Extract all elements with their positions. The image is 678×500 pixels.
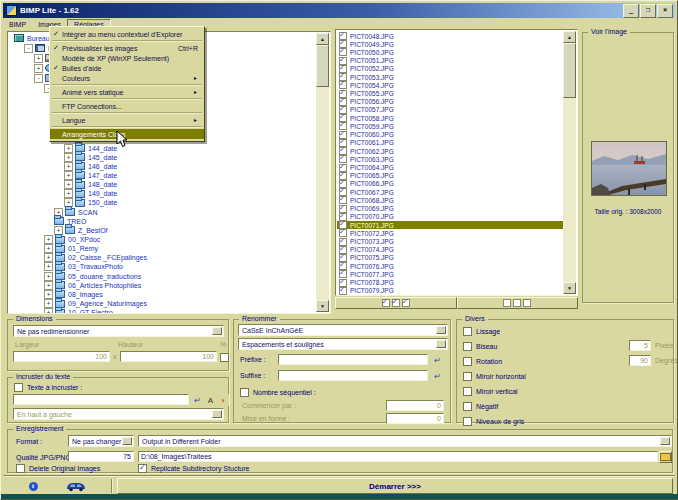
tree-scroll-thumb[interactable]	[316, 45, 329, 87]
scroll-down-icon[interactable]: ▼	[316, 300, 329, 312]
file-row-pict0068.jpg[interactable]: PICT0068.JPG	[337, 196, 565, 204]
file-row-pict0061.jpg[interactable]: PICT0061.JPG	[337, 139, 565, 147]
file-row-pict0067.jpg[interactable]: PICT0067.JPG	[337, 188, 565, 196]
file-row-pict0054.jpg[interactable]: PICT0054.JPG	[337, 81, 565, 89]
file-row-pict0050.jpg[interactable]: PICT0050.JPG	[337, 48, 565, 56]
browse-folder-button[interactable]	[659, 451, 672, 463]
menubar-item-bimp[interactable]: BIMP	[3, 20, 32, 29]
menu-item[interactable]: Animé vers statique►	[50, 87, 204, 97]
menu-item[interactable]: ✓Intégrer au menu contextuel d'Explorer	[50, 29, 204, 39]
overlay-position-select[interactable]: En haut à gauche	[13, 408, 224, 420]
replicate-structure-checkbox[interactable]: Replicate Subdirectory Stucture	[138, 464, 249, 473]
chevron-down-icon[interactable]	[212, 327, 222, 335]
chevron-down-icon[interactable]	[212, 410, 222, 418]
sequential-checkbox[interactable]: Nombre séquentiel :	[240, 388, 316, 397]
misc-checkbox-miroir-vertical[interactable]: Miroir vertical	[463, 387, 518, 396]
tree-item-10-gt-electro[interactable]: +10_GT Electro	[44, 308, 113, 314]
expand-icon[interactable]: +	[44, 253, 53, 262]
file-row-pict0077.jpg[interactable]: PICT0077.JPG	[337, 270, 565, 278]
file-row-pict0069.jpg[interactable]: PICT0069.JPG	[337, 205, 565, 213]
menu-item[interactable]: ✓Bulles d'aide	[50, 63, 204, 73]
output-mode-select[interactable]: Output in Different Folder	[138, 435, 672, 447]
format-select[interactable]: Ne pas changer	[68, 435, 134, 447]
menu-item[interactable]: ✓Prévisualiser les imagesCtrl+R	[50, 43, 204, 53]
expand-icon[interactable]: +	[44, 281, 53, 290]
file-row-pict0064.jpg[interactable]: PICT0064.JPG	[337, 164, 565, 172]
file-row-pict0052.jpg[interactable]: PICT0052.JPG	[337, 65, 565, 73]
close-button[interactable]: ×	[657, 4, 673, 18]
file-row-pict0057.jpg[interactable]: PICT0057.JPG	[337, 106, 565, 114]
menu-item[interactable]: Langue►	[50, 115, 204, 125]
expand-icon[interactable]: +	[64, 189, 73, 198]
menu-item[interactable]: Modèle de XP (WinXP Seulement)	[50, 53, 204, 63]
file-row-pict0053.jpg[interactable]: PICT0053.JPG	[337, 73, 565, 81]
chevron-down-icon[interactable]	[122, 437, 132, 445]
file-row-pict0072.jpg[interactable]: PICT0072.JPG	[337, 229, 565, 237]
check-all-button[interactable]	[335, 297, 457, 309]
file-row-pict0066.jpg[interactable]: PICT0066.JPG	[337, 180, 565, 188]
prefix-insert-icon[interactable]: ↵	[431, 354, 444, 366]
case-select[interactable]: CaSsE InChAnGéE	[238, 324, 448, 336]
expand-icon[interactable]: +	[64, 162, 73, 171]
minimize-button[interactable]: _	[623, 4, 639, 18]
collapse-icon[interactable]: -	[24, 44, 33, 53]
expand-icon[interactable]: +	[44, 290, 53, 299]
menu-item[interactable]: Couleurs►	[50, 73, 204, 83]
expand-icon[interactable]: +	[44, 272, 53, 281]
resize-mode-select[interactable]: Ne pas redimensionner	[13, 325, 224, 337]
expand-icon[interactable]: +	[44, 262, 53, 271]
expand-icon[interactable]: +	[64, 171, 73, 180]
info-button[interactable]: i	[21, 479, 45, 494]
file-row-pict0051.jpg[interactable]: PICT0051.JPG	[337, 57, 565, 65]
logo-button[interactable]	[59, 479, 93, 494]
scroll-up-icon[interactable]: ▲	[563, 31, 576, 43]
expand-icon[interactable]: +	[64, 153, 73, 162]
biseau-value-field[interactable]: 5	[629, 340, 651, 351]
delete-originals-checkbox[interactable]: Delete Original Images	[16, 464, 100, 473]
expand-icon[interactable]: +	[44, 235, 53, 244]
misc-checkbox-niveaux-de-gris[interactable]: Niveaux de gris	[463, 417, 524, 426]
file-row-pict0055.jpg[interactable]: PICT0055.JPG	[337, 90, 565, 98]
file-row-pict0056.jpg[interactable]: PICT0056.JPG	[337, 98, 565, 106]
tree-item-bureau[interactable]: Bureau	[14, 33, 50, 43]
overlay-text-input[interactable]	[13, 394, 189, 405]
file-row-pict0049.jpg[interactable]: PICT0049.JPG	[337, 40, 565, 48]
misc-checkbox-biseau[interactable]: Biseau	[463, 342, 497, 351]
file-row-pict0070.jpg[interactable]: PICT0070.JPG	[337, 213, 565, 221]
chevron-down-icon[interactable]	[436, 340, 446, 348]
misc-checkbox-n-gatif[interactable]: Négatif	[463, 402, 498, 411]
file-row-pict0078.jpg[interactable]: PICT0078.JPG	[337, 279, 565, 287]
file-list[interactable]: PICT0048.JPGPICT0049.JPGPICT0050.JPGPICT…	[335, 29, 578, 296]
file-row-pict0076.jpg[interactable]: PICT0076.JPG	[337, 262, 565, 270]
spacing-select[interactable]: Espacements et soulignés	[238, 338, 448, 350]
maximize-button[interactable]: ❐	[640, 4, 656, 18]
file-row-pict0058.jpg[interactable]: PICT0058.JPG	[337, 114, 565, 122]
quality-field[interactable]: 75	[68, 451, 134, 462]
chevron-down-icon[interactable]	[436, 326, 446, 334]
misc-checkbox-rotation[interactable]: Rotation	[463, 357, 502, 366]
suffix-input[interactable]	[278, 370, 428, 381]
start-button[interactable]: Démarrer >>>	[117, 478, 673, 494]
file-row-pict0048.jpg[interactable]: PICT0048.JPG	[337, 32, 565, 40]
expand-icon[interactable]: +	[64, 144, 73, 153]
clock-icon[interactable]: ◑	[216, 394, 229, 406]
start-number-field[interactable]: 0	[386, 400, 444, 411]
list-scroll-thumb[interactable]	[563, 43, 576, 98]
file-row-pict0060.jpg[interactable]: PICT0060.JPG	[337, 131, 565, 139]
output-path-field[interactable]: D:\08_Images\Traitees	[138, 451, 658, 462]
file-row-pict0063.jpg[interactable]: PICT0063.JPG	[337, 155, 565, 163]
tree-scrollbar[interactable]: ▲ ▼	[316, 33, 329, 312]
list-scrollbar[interactable]: ▲ ▼	[563, 31, 576, 294]
collapse-icon[interactable]: -	[34, 74, 43, 83]
height-field[interactable]: 100	[120, 351, 217, 362]
width-field[interactable]: 100	[13, 351, 110, 362]
expand-icon[interactable]: +	[44, 244, 53, 253]
overlay-text-checkbox[interactable]: Texte à incruster :	[14, 383, 82, 392]
chevron-down-icon[interactable]	[660, 437, 670, 445]
insert-text-icon[interactable]: ↵	[191, 394, 204, 406]
file-row-pict0079.jpg[interactable]: PICT0079.JPG	[337, 287, 565, 295]
file-row-pict0059.jpg[interactable]: PICT0059.JPG	[337, 122, 565, 130]
file-row-pict0073.jpg[interactable]: PICT0073.JPG	[337, 238, 565, 246]
expand-icon[interactable]: +	[34, 54, 43, 63]
misc-checkbox-miroir-horizontal[interactable]: Miroir horizontal	[463, 372, 526, 381]
